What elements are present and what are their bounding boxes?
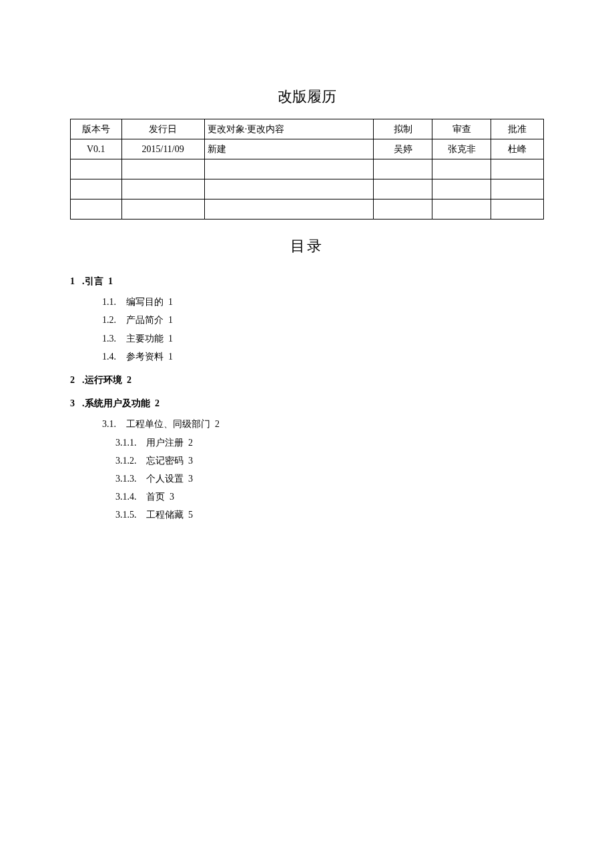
table-row	[71, 179, 544, 199]
toc-page: 2	[215, 419, 220, 429]
toc-page: 1	[168, 297, 173, 307]
toc-page: 1	[168, 315, 173, 325]
cell-author	[374, 159, 432, 179]
toc-num: 2	[70, 372, 82, 388]
toc-text: 系统用户及功能	[85, 398, 150, 408]
header-date: 发行日	[121, 119, 204, 139]
toc-num: 1.3.	[102, 330, 123, 347]
cell-change: 新建	[204, 139, 374, 159]
cell-change	[204, 179, 374, 199]
cell-review	[432, 199, 491, 220]
toc-item-l1: 1.引言 1	[70, 273, 544, 290]
toc-num: 3.1.3.	[115, 470, 143, 487]
cell-date: 2015/11/09	[121, 139, 204, 159]
toc-num: 3.1.	[102, 416, 123, 432]
table-header-row: 版本号 发行日 更改对象·更改内容 拟制 审查 批准	[71, 119, 544, 139]
toc-text: 工程单位、同级部门	[126, 419, 210, 429]
toc-text: 运行环境	[85, 375, 122, 385]
toc-item-l1: 3.系统用户及功能 2	[70, 395, 544, 412]
toc-num: 3.1.1.	[115, 434, 143, 451]
cell-version	[71, 199, 122, 220]
toc-page: 2	[188, 438, 193, 448]
table-row	[71, 199, 544, 220]
cell-approve	[491, 199, 544, 220]
toc-item-l2: 1.3. 主要功能 1	[102, 330, 544, 347]
toc-container: 1.引言 1 1.1. 编写目的 1 1.2. 产品简介 1 1.3. 主要功能…	[70, 273, 544, 523]
cell-date	[121, 199, 204, 220]
toc-title: 目录	[70, 236, 544, 256]
toc-text: 首页	[146, 492, 165, 502]
toc-text: 主要功能	[126, 334, 164, 344]
toc-page: 3	[188, 456, 193, 466]
header-review: 审查	[432, 119, 491, 139]
toc-item-l2: 1.2. 产品简介 1	[102, 312, 544, 328]
toc-page: 3	[188, 474, 193, 484]
cell-date	[121, 159, 204, 179]
cell-approve	[491, 179, 544, 199]
toc-num: 3	[70, 395, 82, 412]
header-version: 版本号	[71, 119, 122, 139]
toc-item-l3: 3.1.2. 忘记密码 3	[115, 452, 544, 469]
cell-author	[374, 179, 432, 199]
toc-num: 3.1.5.	[115, 506, 143, 523]
toc-num: 3.1.4.	[115, 488, 143, 505]
toc-page: 1	[108, 276, 113, 286]
cell-approve: 杜峰	[491, 139, 544, 159]
toc-text: 忘记密码	[146, 456, 184, 466]
revision-history-title: 改版履历	[70, 87, 544, 107]
cell-version	[71, 179, 122, 199]
toc-text: 参考资料	[126, 352, 164, 362]
toc-item-l3: 3.1.5. 工程储藏 5	[115, 506, 544, 523]
toc-page: 5	[188, 510, 193, 520]
toc-page: 3	[170, 492, 174, 502]
toc-page: 1	[168, 334, 173, 344]
toc-page: 1	[168, 352, 173, 362]
table-row	[71, 159, 544, 179]
cell-author: 吴婷	[374, 139, 432, 159]
toc-num: 1	[70, 273, 82, 290]
toc-text: 产品简介	[126, 315, 164, 325]
header-author: 拟制	[374, 119, 432, 139]
toc-text: 编写目的	[126, 297, 164, 307]
cell-change	[204, 199, 374, 220]
toc-num: 3.1.2.	[115, 452, 143, 469]
table-row: V0.1 2015/11/09 新建 吴婷 张克非 杜峰	[71, 139, 544, 159]
toc-num: 1.1.	[102, 294, 123, 310]
cell-review: 张克非	[432, 139, 491, 159]
header-approve: 批准	[491, 119, 544, 139]
toc-text: 用户注册	[146, 438, 184, 448]
toc-item-l1: 2.运行环境 2	[70, 372, 544, 388]
toc-item-l3: 3.1.1. 用户注册 2	[115, 434, 544, 451]
toc-item-l2: 1.1. 编写目的 1	[102, 294, 544, 310]
toc-text: 个人设置	[146, 474, 184, 484]
cell-version	[71, 159, 122, 179]
cell-date	[121, 179, 204, 199]
toc-item-l2: 1.4. 参考资料 1	[102, 348, 544, 365]
cell-author	[374, 199, 432, 220]
cell-review	[432, 159, 491, 179]
toc-item-l3: 3.1.4. 首页 3	[115, 488, 544, 505]
cell-review	[432, 179, 491, 199]
header-change: 更改对象·更改内容	[204, 119, 374, 139]
toc-item-l3: 3.1.3. 个人设置 3	[115, 470, 544, 487]
toc-text: 引言	[85, 276, 103, 286]
toc-item-l2: 3.1. 工程单位、同级部门 2	[102, 416, 544, 432]
toc-text: 工程储藏	[146, 510, 184, 520]
cell-version: V0.1	[71, 139, 122, 159]
cell-approve	[491, 159, 544, 179]
toc-page: 2	[127, 375, 131, 385]
toc-num: 1.2.	[102, 312, 123, 328]
cell-change	[204, 159, 374, 179]
toc-page: 2	[155, 398, 160, 408]
revision-history-table: 版本号 发行日 更改对象·更改内容 拟制 审查 批准 V0.1 2015/11/…	[70, 119, 544, 220]
toc-num: 1.4.	[102, 348, 123, 365]
